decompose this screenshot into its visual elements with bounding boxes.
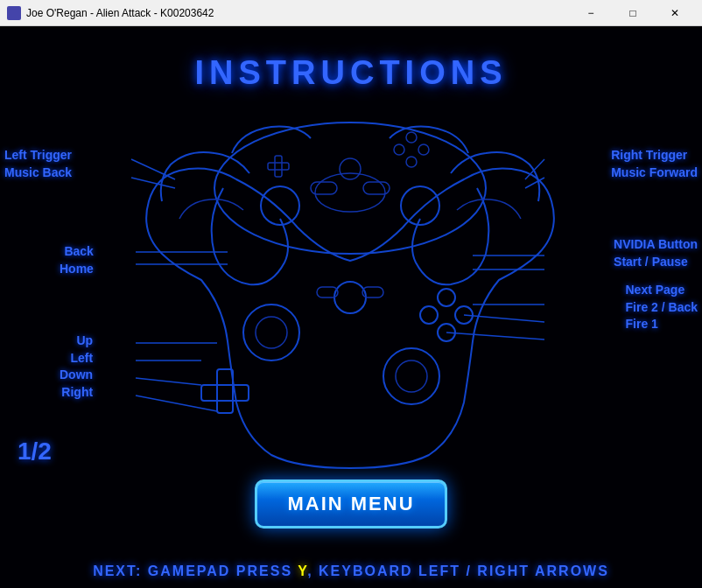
- window-controls: − □ ✕: [571, 0, 695, 26]
- svg-line-40: [446, 332, 544, 340]
- close-button[interactable]: ✕: [655, 0, 695, 26]
- main-menu-button[interactable]: MAIN MENU: [255, 480, 447, 528]
- svg-rect-4: [311, 182, 337, 194]
- svg-line-39: [464, 315, 544, 322]
- page-title: INSTRUCTIONS: [0, 54, 702, 92]
- window-title: Joe O'Regan - Alien Attack - K00203642: [26, 7, 565, 19]
- svg-point-8: [418, 144, 429, 155]
- svg-point-23: [334, 282, 366, 313]
- svg-point-2: [401, 186, 439, 225]
- svg-rect-24: [317, 287, 338, 298]
- svg-point-3: [315, 173, 385, 212]
- svg-point-22: [438, 324, 455, 341]
- svg-point-14: [256, 317, 287, 348]
- svg-line-34: [525, 159, 544, 179]
- svg-point-13: [243, 304, 299, 360]
- nvidia-label: NVIDIA Button Start / Pause: [614, 236, 698, 270]
- svg-line-35: [525, 178, 544, 188]
- svg-rect-5: [363, 182, 390, 194]
- svg-rect-12: [268, 163, 289, 170]
- svg-rect-18: [201, 385, 249, 401]
- svg-line-27: [131, 178, 175, 188]
- svg-point-1: [261, 186, 299, 225]
- svg-point-20: [455, 306, 473, 324]
- bottom-instruction: NEXT: GAMEPAD PRESS Y, KEYBOARD LEFT / R…: [0, 564, 702, 579]
- titlebar: Joe O'Regan - Alien Attack - K00203642 −…: [0, 0, 702, 26]
- back-home-label: Back Home: [60, 243, 94, 277]
- svg-line-32: [136, 378, 201, 385]
- app-icon: [7, 6, 21, 20]
- svg-rect-25: [362, 287, 383, 298]
- svg-rect-11: [275, 156, 282, 177]
- svg-point-7: [406, 157, 417, 167]
- game-area: INSTRUCTIONS Left Trigger Music Back Bac…: [0, 26, 702, 588]
- svg-point-15: [383, 348, 439, 404]
- svg-point-6: [340, 158, 361, 179]
- svg-point-19: [438, 289, 455, 306]
- dpad-label: Up Left Down Right: [60, 332, 93, 401]
- svg-line-26: [131, 159, 175, 179]
- page-counter: 1/2: [18, 438, 52, 466]
- svg-point-10: [406, 132, 417, 143]
- svg-point-0: [214, 122, 486, 254]
- left-trigger-label: Left Trigger Music Back: [4, 147, 72, 181]
- right-trigger-label: Right Trigger Music Forward: [611, 147, 698, 181]
- svg-line-33: [136, 396, 217, 411]
- minimize-button[interactable]: −: [571, 0, 611, 26]
- svg-point-21: [420, 306, 438, 324]
- svg-rect-17: [217, 369, 233, 413]
- svg-point-16: [396, 360, 427, 392]
- next-page-label: Next Page Fire 2 / Back Fire 1: [626, 282, 698, 333]
- maximize-button[interactable]: □: [613, 0, 653, 26]
- svg-point-9: [394, 144, 404, 155]
